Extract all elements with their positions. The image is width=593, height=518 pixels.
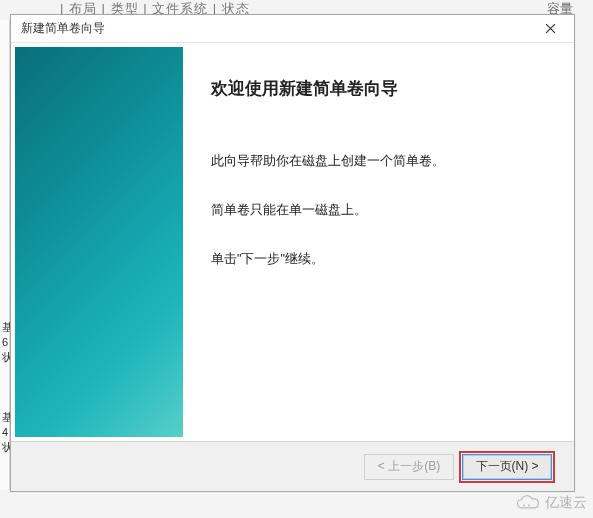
cloud-icon xyxy=(515,494,541,512)
wizard-content: 欢迎使用新建简单卷向导 此向导帮助你在磁盘上创建一个简单卷。 简单卷只能在单一磁… xyxy=(183,43,574,441)
close-icon xyxy=(545,23,556,34)
back-button: < 上一步(B) xyxy=(364,454,454,480)
desc-line-1: 此向导帮助你在磁盘上创建一个简单卷。 xyxy=(211,152,544,171)
svg-point-0 xyxy=(523,505,525,507)
watermark-text: 亿速云 xyxy=(545,494,587,512)
titlebar: 新建简单卷向导 xyxy=(11,15,574,43)
wizard-side-panel xyxy=(15,47,183,437)
button-bar: < 上一步(B) 下一页(N) > xyxy=(11,441,574,491)
next-button[interactable]: 下一页(N) > xyxy=(462,454,552,480)
watermark: 亿速云 xyxy=(515,494,587,512)
wizard-dialog: 新建简单卷向导 欢迎使用新建简单卷向导 此向导帮助你在磁盘上创建一个简单卷。 简… xyxy=(10,14,575,492)
dialog-title: 新建简单卷向导 xyxy=(21,20,105,37)
svg-point-1 xyxy=(528,505,530,507)
welcome-heading: 欢迎使用新建简单卷向导 xyxy=(211,77,544,100)
dialog-body: 欢迎使用新建简单卷向导 此向导帮助你在磁盘上创建一个简单卷。 简单卷只能在单一磁… xyxy=(11,43,574,441)
desc-line-2: 简单卷只能在单一磁盘上。 xyxy=(211,201,544,220)
close-button[interactable] xyxy=(530,16,570,42)
desc-line-3: 单击"下一步"继续。 xyxy=(211,250,544,269)
